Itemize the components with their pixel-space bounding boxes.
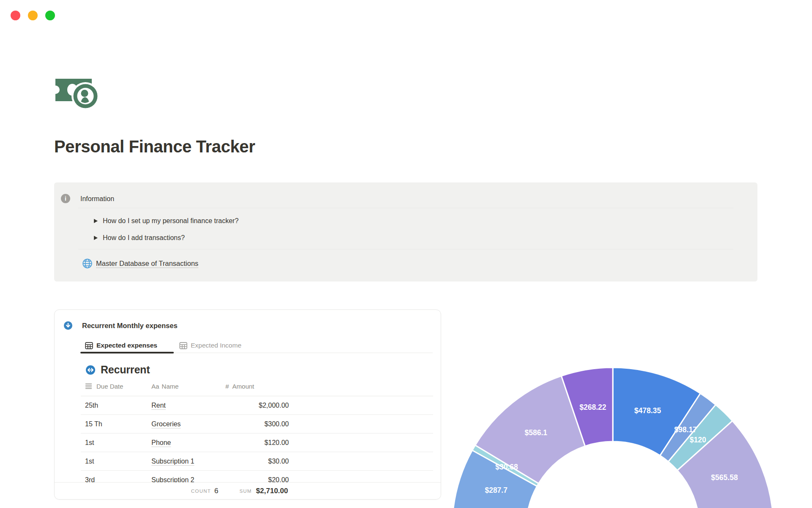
tab-expected-expenses[interactable]: Expected expenses bbox=[85, 341, 157, 350]
table-header: Due Date Aa Name # Amount bbox=[55, 383, 441, 395]
cell-amount[interactable]: $2,000.00 bbox=[203, 396, 289, 415]
callout-toggle[interactable]: How do I set up my personal finance trac… bbox=[94, 213, 239, 229]
table-footer: COUNT 6 SUM $2,710.00 bbox=[55, 482, 441, 499]
toggle-label: How do I set up my personal finance trac… bbox=[103, 217, 239, 225]
tab-label: Expected Income bbox=[191, 342, 241, 349]
toggle-triangle-icon[interactable] bbox=[94, 219, 98, 223]
arrow-down-circle-icon bbox=[64, 321, 72, 330]
sum-label[interactable]: SUM bbox=[239, 489, 252, 494]
number-icon: # bbox=[225, 383, 229, 390]
cell-due-date[interactable]: 15 Th bbox=[85, 415, 102, 433]
divider bbox=[78, 249, 733, 249]
information-callout: Information How do I set up my personal … bbox=[54, 182, 757, 282]
callout-toggle[interactable]: How do I add transactions? bbox=[94, 229, 239, 246]
table-icon bbox=[85, 341, 93, 350]
text-lines-icon bbox=[85, 383, 92, 390]
toggle-label: How do I add transactions? bbox=[103, 234, 185, 242]
card-header: Recurrent Monthly expenses bbox=[64, 321, 178, 330]
callout-toggles: How do I set up my personal finance trac… bbox=[94, 213, 239, 246]
column-amount[interactable]: # Amount bbox=[225, 383, 254, 390]
cell-due-date[interactable]: 25th bbox=[85, 396, 98, 415]
section-title[interactable]: Recurrent bbox=[101, 364, 150, 376]
cell-due-date[interactable]: 1st bbox=[85, 452, 94, 471]
table-row[interactable]: 25thRent$2,000.00 bbox=[81, 396, 433, 415]
info-icon bbox=[61, 194, 70, 203]
cell-name[interactable]: Rent bbox=[151, 396, 166, 415]
database-link[interactable]: Master Database of Transactions bbox=[96, 260, 198, 268]
left-right-arrow-circle-icon bbox=[86, 365, 95, 375]
globe-icon bbox=[82, 258, 93, 269]
column-label: Amount bbox=[232, 383, 254, 390]
table-icon bbox=[179, 341, 188, 350]
callout-title: Information bbox=[80, 195, 114, 203]
column-label: Name bbox=[162, 383, 178, 390]
tab-expected-income[interactable]: Expected Income bbox=[179, 341, 241, 350]
tab-label: Expected expenses bbox=[96, 342, 157, 349]
cell-amount[interactable]: $120.00 bbox=[203, 433, 289, 452]
minimize-button[interactable] bbox=[28, 11, 38, 20]
window-controls bbox=[11, 11, 55, 20]
cell-name[interactable]: Phone bbox=[151, 433, 171, 452]
active-tab-indicator bbox=[80, 352, 174, 353]
card-title: Recurrent Monthly expenses bbox=[82, 322, 178, 330]
column-label: Due Date bbox=[96, 383, 123, 390]
table-row[interactable]: 1stPhone$120.00 bbox=[81, 433, 433, 452]
section-header: Recurrent bbox=[86, 364, 150, 376]
count-value[interactable]: 6 bbox=[214, 487, 218, 495]
cell-due-date[interactable]: 1st bbox=[85, 433, 94, 452]
column-name[interactable]: Aa Name bbox=[151, 383, 178, 390]
table-row[interactable]: 15 ThGroceries$300.00 bbox=[81, 415, 433, 433]
divider bbox=[78, 208, 733, 208]
zoom-button[interactable] bbox=[45, 11, 55, 20]
table-row[interactable]: 1stSubscription 1$30.00 bbox=[81, 452, 433, 471]
toggle-triangle-icon[interactable] bbox=[94, 236, 98, 240]
close-button[interactable] bbox=[11, 11, 20, 20]
count-label[interactable]: COUNT bbox=[191, 489, 211, 494]
page-title[interactable]: Personal Finance Tracker bbox=[54, 137, 255, 156]
title-icon: Aa bbox=[151, 383, 159, 390]
recurrent-expenses-card: Recurrent Monthly expenses Expected expe… bbox=[54, 309, 441, 500]
banknote-coin-icon[interactable] bbox=[55, 77, 102, 111]
cell-amount[interactable]: $30.00 bbox=[203, 452, 289, 471]
cell-name[interactable]: Subscription 1 bbox=[151, 452, 194, 471]
notion-window: Personal Finance Tracker Information How… bbox=[0, 0, 812, 508]
database-link-row[interactable]: Master Database of Transactions bbox=[82, 258, 198, 269]
cell-name[interactable]: Groceries bbox=[151, 415, 181, 433]
column-due-date[interactable]: Due Date bbox=[85, 383, 123, 390]
cell-amount[interactable]: $300.00 bbox=[203, 415, 289, 433]
sum-value[interactable]: $2,710.00 bbox=[256, 487, 288, 495]
table-rows: 25thRent$2,000.0015 ThGroceries$300.001s… bbox=[81, 396, 433, 489]
